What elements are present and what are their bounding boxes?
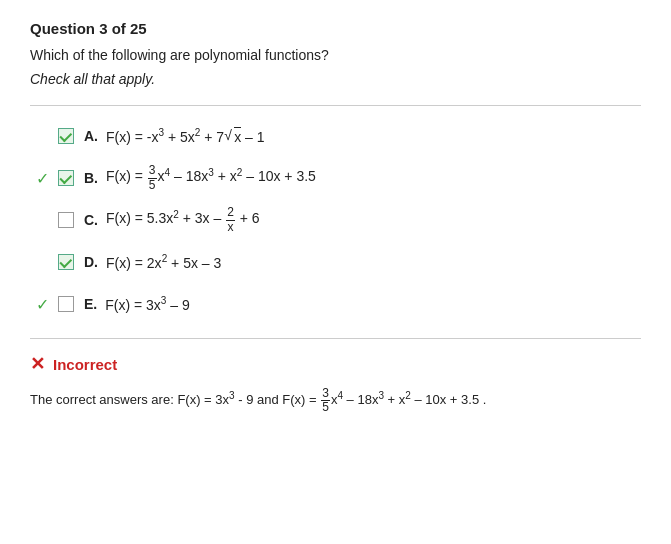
checkbox-d[interactable] [58,254,74,270]
option-row-c: ✓ C. F(x) = 5.3x2 + 3x – 2x + 6 [30,206,641,234]
option-row-e: ✓ E. F(x) = 3x3 – 9 [30,290,641,318]
option-label-b: B. [84,170,98,186]
divider-top [30,105,641,106]
checkbox-b[interactable] [58,170,74,186]
question-text: Which of the following are polynomial fu… [30,47,641,63]
checkbox-c[interactable] [58,212,74,228]
option-row-d: ✓ D. F(x) = 2x2 + 5x – 3 [30,248,641,276]
x-icon: ✕ [30,353,45,375]
result-section: ✕ Incorrect The correct answers are: F(x… [30,338,641,414]
option-math-e: F(x) = 3x3 – 9 [105,295,190,313]
instruction-text: Check all that apply. [30,71,641,87]
option-math-b: F(x) = 35x4 – 18x3 + x2 – 10x + 3.5 [106,164,316,191]
correct-answers-text: The correct answers are: F(x) = 3x3 - 9 … [30,387,641,414]
option-math-a: F(x) = ‑x3 + 5x2 + 7x – 1 [106,127,264,145]
incorrect-label: ✕ Incorrect [30,353,641,375]
checkbox-e[interactable] [58,296,74,312]
outer-check-b: ✓ [30,169,54,188]
option-row-b: ✓ B. F(x) = 35x4 – 18x3 + x2 – 10x + 3.5 [30,164,641,192]
outer-check-e: ✓ [30,295,54,314]
question-header: Question 3 of 25 [30,20,641,37]
option-label-c: C. [84,212,98,228]
checkbox-a[interactable] [58,128,74,144]
option-label-a: A. [84,128,98,144]
incorrect-text: Incorrect [53,356,117,373]
option-math-c: F(x) = 5.3x2 + 3x – 2x + 6 [106,206,260,233]
option-label-e: E. [84,296,97,312]
options-list: ✓ A. F(x) = ‑x3 + 5x2 + 7x – 1 ✓ B. F(x)… [30,122,641,318]
option-row-a: ✓ A. F(x) = ‑x3 + 5x2 + 7x – 1 [30,122,641,150]
option-math-d: F(x) = 2x2 + 5x – 3 [106,253,221,271]
option-label-d: D. [84,254,98,270]
